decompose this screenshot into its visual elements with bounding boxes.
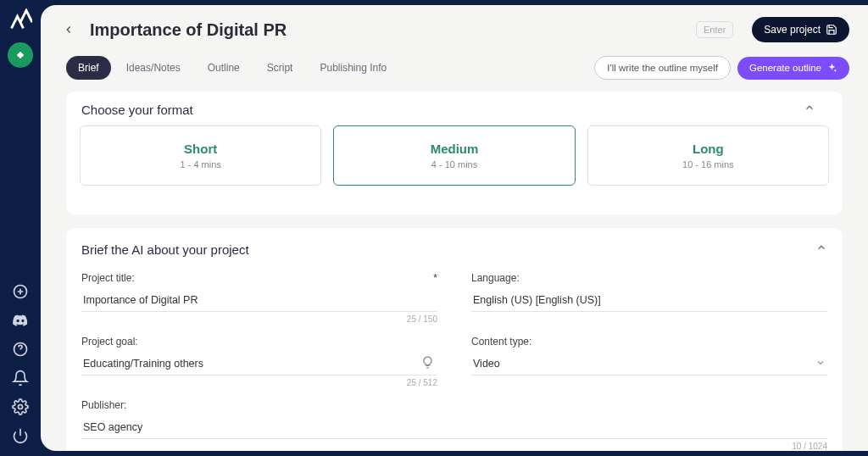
format-name: Medium: [334, 142, 574, 156]
tab-publishing[interactable]: Publishing Info: [308, 56, 398, 80]
format-name: Short: [81, 142, 320, 156]
save-label: Save project: [764, 24, 821, 36]
enter-hint: Enter: [696, 21, 733, 38]
format-time: 4 - 10 mins: [334, 159, 574, 170]
content-area: Choose your format Short 1 - 4 mins Medi…: [41, 92, 868, 451]
brief-section-title: Brief the AI about your project: [81, 242, 249, 257]
format-time: 1 - 4 mins: [81, 159, 320, 170]
tab-ideas[interactable]: Ideas/Notes: [114, 56, 192, 80]
tab-script[interactable]: Script: [255, 56, 305, 80]
content-type-select[interactable]: Video: [471, 353, 827, 375]
power-icon[interactable]: [12, 427, 29, 444]
sidebar: [0, 0, 41, 456]
chevron-down-icon: [815, 358, 826, 370]
label-text: Project title:: [81, 272, 135, 284]
header: Importance of Digital PR Enter Save proj…: [41, 5, 868, 51]
label-text: Language:: [471, 272, 520, 284]
project-goal-input[interactable]: [81, 353, 437, 375]
notifications-icon[interactable]: [12, 370, 29, 386]
required-mark: *: [433, 272, 437, 284]
add-icon[interactable]: [12, 283, 29, 300]
collapse-brief-icon[interactable]: [815, 242, 827, 257]
org-badge[interactable]: [8, 42, 33, 68]
char-count: 25 / 150: [81, 314, 437, 324]
main-panel: Importance of Digital PR Enter Save proj…: [41, 5, 868, 451]
tab-outline[interactable]: Outline: [196, 56, 252, 80]
publisher-input[interactable]: [81, 416, 827, 439]
tabs-row: Brief Ideas/Notes Outline Script Publish…: [41, 51, 868, 92]
svg-rect-0: [17, 52, 24, 58]
format-section-title: Choose your format: [81, 103, 193, 117]
back-button[interactable]: [59, 20, 78, 39]
char-count: 10 / 1024: [81, 442, 827, 451]
project-title-input[interactable]: [81, 289, 437, 312]
language-input[interactable]: [471, 289, 827, 312]
field-project-goal: Project goal: 25 / 512: [81, 336, 437, 387]
format-section: Choose your format Short 1 - 4 mins Medi…: [66, 92, 843, 214]
discord-icon[interactable]: [12, 312, 29, 329]
generate-label: Generate outline: [749, 63, 821, 73]
collapse-format-icon[interactable]: [804, 102, 815, 117]
lightbulb-icon[interactable]: [421, 356, 434, 372]
label-text: Content type:: [471, 336, 531, 348]
field-project-title: Project title: * 25 / 150: [81, 272, 437, 324]
select-value: Video: [473, 358, 500, 370]
page-title: Importance of Digital PR: [90, 20, 684, 40]
settings-icon[interactable]: [12, 398, 29, 415]
field-language: Language:: [471, 272, 827, 324]
field-publisher: Publisher: 10 / 1024: [81, 399, 827, 451]
char-count: 25 / 512: [81, 378, 437, 387]
help-icon[interactable]: [12, 341, 29, 358]
tabs: Brief Ideas/Notes Outline Script Publish…: [66, 56, 587, 80]
svg-point-3: [19, 405, 23, 409]
field-content-type: Content type: Video: [471, 336, 827, 387]
save-project-button[interactable]: Save project: [752, 17, 849, 42]
label-text: Publisher:: [81, 399, 126, 411]
format-short[interactable]: Short 1 - 4 mins: [80, 125, 321, 186]
format-long[interactable]: Long 10 - 16 mins: [587, 125, 829, 186]
app-logo[interactable]: [8, 8, 32, 32]
format-name: Long: [588, 142, 828, 156]
brief-section: Brief the AI about your project Project …: [66, 228, 843, 451]
format-time: 10 - 16 mins: [588, 159, 828, 170]
generate-outline-button[interactable]: Generate outline: [737, 57, 849, 80]
tab-brief[interactable]: Brief: [66, 56, 111, 80]
format-medium[interactable]: Medium 4 - 10 mins: [333, 125, 575, 186]
label-text: Project goal:: [81, 336, 138, 348]
write-outline-button[interactable]: I'll write the outline myself: [594, 56, 731, 80]
